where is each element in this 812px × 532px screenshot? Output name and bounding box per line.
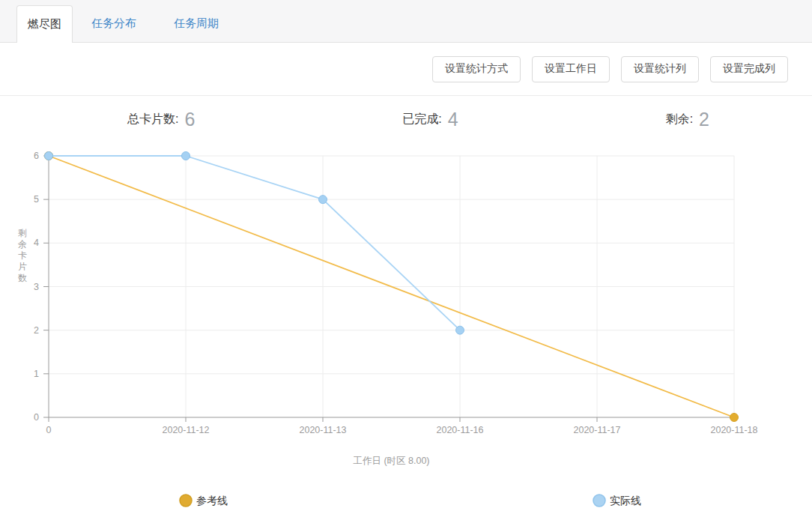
burndown-chart-area: 012345602020-11-122020-11-132020-11-1620… (0, 142, 812, 532)
legend-marker-actual[interactable] (593, 495, 605, 507)
y-tick-label: 5 (34, 194, 39, 205)
stat-remaining: 剩余: 2 (666, 109, 709, 130)
data-point-reference[interactable] (730, 414, 739, 422)
summary-stats-row: 总卡片数: 6 已完成: 4 剩余: 2 (0, 96, 812, 142)
stat-remaining-value: 2 (699, 109, 709, 130)
data-point-actual[interactable] (45, 152, 53, 160)
x-tick-label: 2020-11-16 (436, 425, 483, 435)
stat-completed-value: 4 (448, 109, 458, 130)
set-statistic-column-button[interactable]: 设置统计列 (621, 56, 699, 82)
data-point-actual[interactable] (456, 326, 464, 334)
burndown-chart: 012345602020-11-122020-11-132020-11-1620… (0, 142, 812, 532)
legend-label-reference[interactable]: 参考线 (196, 495, 228, 507)
set-statistic-method-button[interactable]: 设置统计方式 (432, 56, 521, 82)
stat-total-cards: 总卡片数: 6 (127, 109, 195, 130)
y-axis-title: 剩余卡片数 (18, 228, 27, 283)
y-tick-label: 2 (34, 325, 39, 336)
legend-marker-reference[interactable] (180, 495, 192, 507)
tab-burndown-chart[interactable]: 燃尽图 (16, 5, 73, 43)
y-tick-label: 3 (34, 282, 39, 292)
x-tick-label: 2020-11-18 (710, 425, 757, 435)
set-complete-column-button[interactable]: 设置完成列 (710, 56, 788, 82)
y-tick-label: 1 (34, 369, 39, 379)
stat-completed: 已完成: 4 (402, 109, 458, 130)
x-tick-label: 2020-11-13 (299, 425, 346, 435)
data-point-actual[interactable] (319, 196, 327, 204)
x-tick-label: 0 (46, 425, 52, 435)
x-tick-label: 2020-11-12 (162, 425, 209, 435)
tab-task-distribution[interactable]: 任务分布 (73, 4, 155, 42)
data-point-actual[interactable] (182, 152, 190, 160)
x-tick-label: 2020-11-17 (573, 425, 620, 435)
tab-task-cycle[interactable]: 任务周期 (155, 4, 237, 42)
y-tick-label: 4 (34, 238, 39, 248)
y-tick-label: 0 (34, 412, 39, 423)
set-workday-button[interactable]: 设置工作日 (532, 56, 610, 82)
legend-label-actual[interactable]: 实际线 (610, 495, 641, 507)
stat-completed-label: 已完成: (402, 112, 441, 127)
y-tick-label: 6 (34, 151, 39, 161)
x-axis-title: 工作日 (时区 8.00) (353, 456, 429, 466)
stat-remaining-label: 剩余: (666, 112, 693, 127)
tab-bar: 燃尽图 任务分布 任务周期 (0, 0, 812, 43)
settings-toolbar: 设置统计方式 设置工作日 设置统计列 设置完成列 (0, 43, 812, 96)
stat-total-cards-value: 6 (184, 109, 195, 130)
stat-total-cards-label: 总卡片数: (127, 112, 178, 127)
